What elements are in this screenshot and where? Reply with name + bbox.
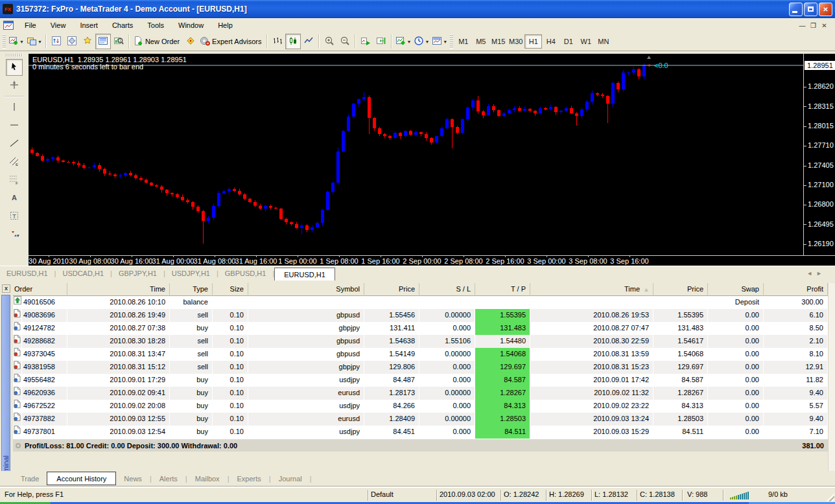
- dropdown-arrow-icon: ▼: [425, 40, 429, 44]
- history-row-49672522[interactable]: 496725222010.09.02 20:08buy0.10usdjpy84.…: [13, 400, 828, 413]
- cell-type: buy: [170, 400, 213, 413]
- terminal-tab-trade[interactable]: Trade: [13, 475, 47, 483]
- vertical-line-tool-button[interactable]: [6, 99, 23, 116]
- history-row-49373045[interactable]: 493730452010.08.31 13:47sell0.10gbpusd1.…: [13, 348, 828, 361]
- auto-scroll-button[interactable]: [358, 34, 373, 49]
- cursor-tool-button[interactable]: [6, 59, 23, 76]
- column-header-price[interactable]: Price: [653, 283, 708, 296]
- menu-insert[interactable]: Insert: [73, 19, 105, 31]
- history-row-49620936[interactable]: 496209362010.09.02 09:41buy0.10eurusd1.2…: [13, 387, 828, 400]
- timeframe-mn-button[interactable]: MN: [594, 34, 612, 49]
- mdi-minimize-button[interactable]: —: [797, 22, 808, 29]
- timeframe-h4-button[interactable]: H4: [542, 34, 559, 49]
- history-row-49083696[interactable]: 490836962010.08.26 19:49sell0.10gbpusd1.…: [13, 309, 828, 322]
- tab-scroll-left-icon[interactable]: ◄: [806, 270, 816, 277]
- minimize-button[interactable]: [789, 3, 803, 16]
- chart-tab-gbpusd-h1-4[interactable]: GBPUSD,H1: [218, 266, 273, 281]
- table-header[interactable]: OrderTimeTypeSizeSymbolPriceS / LT / PTi…: [13, 283, 828, 296]
- navigator-button[interactable]: [80, 34, 95, 49]
- chart-area[interactable]: EURUSD,H1 1.28935 1.28961 1.28903 1.2895…: [29, 54, 835, 266]
- history-row-49124782[interactable]: 491247822010.08.27 07:38buy0.10gbpjpy131…: [13, 322, 828, 335]
- history-row-49288682[interactable]: 492886822010.08.30 18:28sell0.10gbpusd1.…: [13, 335, 828, 348]
- fibonacci-tool-button[interactable]: F: [6, 172, 23, 189]
- timeframe-m1-button[interactable]: M1: [454, 34, 472, 49]
- market-watch-button[interactable]: [49, 34, 64, 49]
- expert-advisors-button[interactable]: Expert Advisors: [198, 34, 265, 49]
- history-row-49556482[interactable]: 495564822010.09.01 17:29buy0.10usdjpy84.…: [13, 374, 828, 387]
- menu-bar: FileViewInsertChartsToolsWindowHelp — ❐ …: [0, 18, 835, 32]
- menu-charts[interactable]: Charts: [105, 19, 140, 31]
- profiles-button[interactable]: ▼: [25, 34, 43, 49]
- chart-tab-gbpjpy-h1-2[interactable]: GBPJPY,H1: [112, 266, 163, 281]
- mdi-restore-button[interactable]: ❐: [808, 22, 819, 29]
- history-row-49737801[interactable]: 497378012010.09.03 12:54buy0.10usdjpy84.…: [13, 426, 828, 439]
- close-button[interactable]: ✕: [819, 3, 832, 16]
- mdi-close-button[interactable]: ✕: [819, 22, 830, 29]
- menu-view[interactable]: View: [43, 19, 73, 31]
- terminal-tab-journal[interactable]: Journal: [271, 475, 310, 483]
- timeframe-m15-button[interactable]: M15: [489, 34, 507, 49]
- resize-grip[interactable]: [826, 493, 834, 501]
- column-header-size[interactable]: Size: [213, 283, 248, 296]
- chart-tab-usdcad-h1-1[interactable]: USDCAD,H1: [56, 266, 110, 281]
- column-header-sl[interactable]: S / L: [419, 283, 475, 296]
- column-header-time[interactable]: Time▲: [530, 283, 653, 296]
- terminal-tab-news[interactable]: News: [116, 475, 150, 483]
- arrows-tool-button[interactable]: ▾: [6, 226, 23, 243]
- menu-file[interactable]: File: [18, 19, 43, 31]
- text-label-tool-button[interactable]: T: [6, 208, 23, 225]
- menu-tools[interactable]: Tools: [140, 19, 171, 31]
- new-chart-button[interactable]: ▼: [7, 34, 25, 49]
- history-row-49016506[interactable]: 490165062010.08.26 10:10balanceDeposit30…: [13, 296, 828, 309]
- menu-window[interactable]: Window: [171, 19, 211, 31]
- terminal-tab-account-history[interactable]: Account History: [47, 472, 116, 485]
- crosshair-tool-button[interactable]: [6, 77, 23, 94]
- timeframe-m5-button[interactable]: M5: [472, 34, 489, 49]
- chart-tab-eurusd-h1-0[interactable]: EURUSD,H1: [0, 266, 54, 281]
- timeframe-m30-button[interactable]: M30: [507, 34, 524, 49]
- templates-button[interactable]: ▼: [430, 34, 449, 49]
- bar-chart-button[interactable]: [270, 34, 285, 49]
- chart-shift-button[interactable]: [373, 34, 389, 49]
- column-header-price[interactable]: Price: [364, 283, 419, 296]
- column-header-type[interactable]: Type: [170, 283, 213, 296]
- data-window-button[interactable]: [64, 34, 80, 49]
- text-tool-button[interactable]: A: [6, 190, 23, 207]
- timeframe-d1-button[interactable]: D1: [559, 34, 577, 49]
- zoom-out-button[interactable]: [337, 34, 353, 49]
- timeframe-h1-button[interactable]: H1: [524, 34, 542, 49]
- column-header-tp[interactable]: T / P: [475, 283, 530, 296]
- candlestick-chart-button[interactable]: [285, 34, 301, 49]
- cell-tp: 84.313: [475, 400, 530, 413]
- tab-scroll-right-icon[interactable]: ►: [816, 270, 826, 277]
- candlestick-chart[interactable]: [29, 54, 803, 255]
- column-header-order[interactable]: Order: [13, 283, 67, 296]
- history-row-49381958[interactable]: 493819582010.08.31 15:12sell0.10gbpjpy12…: [13, 361, 828, 374]
- equidistant-channel-tool-button[interactable]: E: [6, 154, 23, 170]
- terminal-tab-alerts[interactable]: Alerts: [152, 475, 185, 483]
- cell-size: 0.10: [213, 374, 248, 387]
- strategy-tester-button[interactable]: [111, 34, 126, 49]
- column-header-swap[interactable]: Swap: [708, 283, 764, 296]
- chart-tab-usdjpy-h1-3[interactable]: USDJPY,H1: [165, 266, 217, 281]
- indicators-button[interactable]: ▼: [394, 34, 412, 49]
- history-row-49737882[interactable]: 497378822010.09.03 12:55buy0.10eurusd1.2…: [13, 413, 828, 426]
- periods-button[interactable]: ▼: [412, 34, 430, 49]
- column-header-profit[interactable]: Profit: [764, 283, 828, 296]
- zoom-in-button[interactable]: [322, 34, 337, 49]
- column-header-time[interactable]: Time: [67, 283, 170, 296]
- menu-help[interactable]: Help: [211, 19, 240, 31]
- terminal-tab-experts[interactable]: Experts: [229, 475, 268, 483]
- timeframe-w1-button[interactable]: W1: [577, 34, 594, 49]
- trendline-tool-button[interactable]: [6, 135, 23, 152]
- column-header-symbol[interactable]: Symbol: [248, 283, 364, 296]
- terminal-button[interactable]: [95, 34, 111, 49]
- terminal-close-button[interactable]: x: [2, 284, 10, 293]
- horizontal-line-tool-button[interactable]: [6, 117, 23, 134]
- new-order-button[interactable]: New Order: [132, 34, 183, 49]
- terminal-tab-mailbox[interactable]: Mailbox: [187, 475, 228, 483]
- chart-tab-eurusd-h1-5[interactable]: EURUSD,H1: [274, 268, 335, 281]
- metaeditor-button[interactable]: [183, 34, 198, 49]
- line-chart-button[interactable]: [301, 34, 316, 49]
- maximize-button[interactable]: [804, 3, 817, 16]
